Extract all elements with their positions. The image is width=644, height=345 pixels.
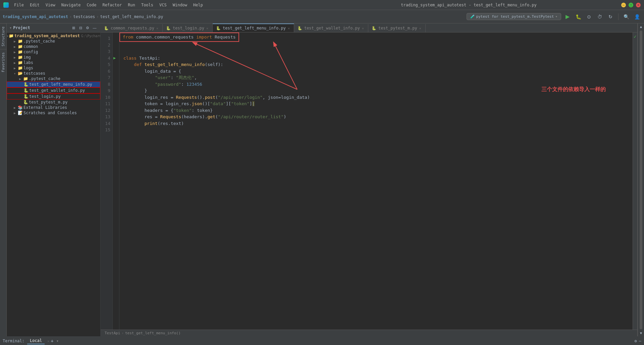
tab-close-left-menu[interactable]: ✕ xyxy=(288,26,290,30)
menu-help[interactable]: Help xyxy=(191,2,206,8)
project-expand-icon[interactable]: ⊞ xyxy=(70,25,76,31)
gutter-7 xyxy=(113,74,118,81)
tab-icon-pytest-m: 🐍 xyxy=(372,26,376,30)
gutter-11 xyxy=(113,100,118,107)
tree-scratches[interactable]: ▶ 📝 Scratches and Consoles xyxy=(7,110,100,116)
gutter-8 xyxy=(113,81,118,88)
root-label: trading_system_api_autotest xyxy=(14,33,80,38)
coverage-button[interactable]: ⊙ xyxy=(585,12,593,21)
project-collapse-icon[interactable]: ⊟ xyxy=(77,25,84,31)
toolbar-right: 🧪 pytest for test_pytest_m.TestPytest ▾ … xyxy=(467,12,641,21)
close-button[interactable]: ✕ xyxy=(636,3,641,7)
tree-test-pytest-m[interactable]: ▶ 🐍 test_pytest_m.py xyxy=(7,99,100,105)
terminal-gear-icon[interactable]: ⚙ xyxy=(635,339,637,343)
tab-label-login: test_login.py xyxy=(173,26,204,30)
tab-test-pytest-m[interactable]: 🐍 test_pytest_m.py ✕ xyxy=(368,24,426,32)
breadcrumb-sep2: › xyxy=(96,14,99,19)
tree-common[interactable]: ▶ 📁 common xyxy=(7,44,100,49)
search-button[interactable]: 🔍 xyxy=(622,12,631,21)
code-line-14: print(res.text) xyxy=(123,120,629,127)
tab-close-login[interactable]: ✕ xyxy=(206,26,208,30)
run-configuration[interactable]: 🧪 pytest for test_pytest_m.TestPytest ▾ xyxy=(467,13,561,20)
tab-close-common[interactable]: ✕ xyxy=(156,26,158,30)
menu-refactor[interactable]: Refactor xyxy=(100,2,124,8)
right-margin: ✓ xyxy=(633,32,637,330)
left-sidebar-tabs: Structure Favorites xyxy=(0,23,7,336)
terminal-settings: ⚙ — xyxy=(635,339,641,343)
line-num-10: 10 xyxy=(102,94,110,101)
project-minimize-icon[interactable]: — xyxy=(92,25,98,31)
terminal-dropdown-icon[interactable]: ▾ xyxy=(56,339,59,343)
code-line-15 xyxy=(123,127,629,133)
tree-pytest-cache[interactable]: ▶ 📁 .pytest_cache xyxy=(7,39,100,44)
breadcrumb-file: test_get_left_menu_info.py xyxy=(100,14,163,19)
code-content[interactable]: from common.common_requests import Reque… xyxy=(119,32,633,330)
tab-common-requests[interactable]: 🐍 common_requests.py ✕ xyxy=(101,24,163,32)
gutter-15 xyxy=(113,127,118,133)
menu-code[interactable]: Code xyxy=(84,2,99,8)
tree-test-get-wallet[interactable]: ▶ 🐍 test_get_wallet_info.py xyxy=(7,87,100,93)
tree-labs[interactable]: ▶ 📁 labs xyxy=(7,60,100,65)
menu-bar: File Edit View Navigate Code Refactor Ru… xyxy=(11,2,316,8)
tab-close-wallet[interactable]: ✕ xyxy=(362,26,364,30)
terminal-add-button[interactable]: + xyxy=(51,338,53,344)
tab-test-login[interactable]: 🐍 test_login.py ✕ xyxy=(163,24,213,32)
tree-testcases[interactable]: ▾ 📂 testcases xyxy=(7,71,100,76)
project-dropdown-icon: ▾ xyxy=(9,25,12,30)
tree-test-get-left-menu-label: test_get_left_menu_info.py xyxy=(29,82,92,87)
code-line-12: headers = {"token": token} xyxy=(123,107,629,114)
tree-test-login[interactable]: ▶ 🐍 test_login.py xyxy=(7,93,100,99)
minimize-button[interactable]: — xyxy=(621,3,626,7)
tree-logs-label: logs xyxy=(23,66,33,70)
terminal-tab-close[interactable]: ✕ xyxy=(47,339,49,343)
refresh-button[interactable]: ↻ xyxy=(606,12,615,21)
tree-logs[interactable]: ▶ 📁 logs xyxy=(7,65,100,71)
tree-testcases-pytest-cache-label: .pytest_cache xyxy=(29,76,60,81)
run-button[interactable]: ▶ xyxy=(563,12,572,21)
menu-vcs[interactable]: VCS xyxy=(157,2,169,8)
terminal-tab-local[interactable]: Local xyxy=(27,338,45,344)
menu-window[interactable]: Window xyxy=(170,2,190,8)
code-area[interactable]: 1 2 3 4 5 6 7 8 9 10 11 12 13 14 15 xyxy=(101,32,637,330)
menu-edit[interactable]: Edit xyxy=(27,2,42,8)
code-line-13: res = Requests(headers).get("/api/router… xyxy=(123,114,629,120)
user-button[interactable]: 👤 xyxy=(633,12,641,21)
menu-run[interactable]: Run xyxy=(125,2,138,8)
scroll-up-icon[interactable]: ▲ xyxy=(640,25,642,28)
menu-navigate[interactable]: Navigate xyxy=(59,2,84,8)
maximize-button[interactable]: □ xyxy=(629,3,633,7)
menu-tools[interactable]: Tools xyxy=(139,2,156,8)
tab-test-get-left-menu[interactable]: 🐍 test_get_left_menu_info.py ✕ xyxy=(213,23,294,32)
py-icon2: 🐍 xyxy=(23,88,29,93)
tree-root[interactable]: ▾ 📁 trading_system_api_autotest G:\Pycha… xyxy=(7,33,100,39)
profile-button[interactable]: ⏱ xyxy=(595,12,604,21)
tree-img-label: img xyxy=(23,55,31,60)
scrollbar-thumb[interactable] xyxy=(640,30,642,329)
tab-close-pytest-m[interactable]: ✕ xyxy=(419,26,421,30)
favorites-tab[interactable]: Favorites xyxy=(0,49,6,75)
structure-tab[interactable]: Structure xyxy=(0,23,6,49)
project-settings-icon[interactable]: ⚙ xyxy=(85,25,91,31)
tree-img[interactable]: ▶ 📁 img xyxy=(7,55,100,60)
tree-test-login-label: test_login.py xyxy=(29,94,61,99)
tab-test-wallet[interactable]: 🐍 test_get_wallet_info.py ✕ xyxy=(294,24,368,32)
gutter-2 xyxy=(113,42,118,49)
breadcrumb-class: TestApi xyxy=(105,331,120,335)
menu-file[interactable]: File xyxy=(11,2,26,8)
terminal-minimize-icon[interactable]: — xyxy=(639,339,641,343)
menu-view[interactable]: View xyxy=(43,2,58,8)
debug-button[interactable]: 🐛 xyxy=(574,12,583,21)
tree-external-libs[interactable]: ▶ 📚 External Libraries xyxy=(7,105,100,110)
tree-config[interactable]: ▶ 📁 config xyxy=(7,49,100,55)
breadcrumb-arrow: › xyxy=(121,331,124,335)
py-icon3: 🐍 xyxy=(23,94,29,99)
scroll-down-icon[interactable]: ▼ xyxy=(640,331,642,335)
tree-testcases-pytest-cache[interactable]: ▶ 📁 .pytest_cache xyxy=(7,76,100,81)
tree-test-pytest-m-label: test_pytest_m.py xyxy=(29,100,68,105)
line-num-14: 14 xyxy=(102,120,110,127)
right-sidebar: ▲ ▼ xyxy=(637,23,644,336)
code-line-6: login_data = { xyxy=(123,68,629,75)
window-title: trading_system_api_autotest - test_get_l… xyxy=(316,3,621,7)
tree-test-get-left-menu[interactable]: ▶ 🐍 test_get_left_menu_info.py xyxy=(7,81,100,87)
gutter-13 xyxy=(113,114,118,120)
